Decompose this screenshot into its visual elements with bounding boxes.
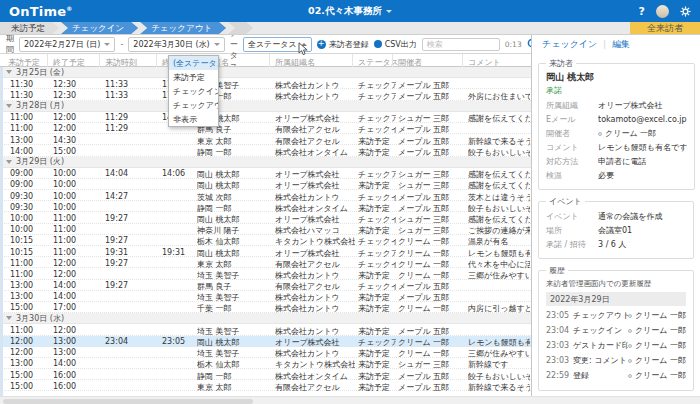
cell-visit-planned: 10:00 xyxy=(10,225,50,234)
table-row[interactable]: 10:0011:0019:27岡山 桃太郎オリーブ株式会社チェックインシュガー … xyxy=(0,212,531,223)
field-row: コメントレモンも饅頭も有名です xyxy=(546,142,687,153)
tab-チェックアウト[interactable]: チェックアウト xyxy=(140,22,226,34)
table-row[interactable]: 11:3012:3011:3311:33千葉 一郎株式会社カントウチェックアウト… xyxy=(0,89,531,100)
table-row[interactable]: 14:0015:00静岡 一郎株式会社オンタイム来訪予定メープル 五郎餃子もおい… xyxy=(0,145,531,156)
person-avatar-icon xyxy=(628,314,632,318)
table-row[interactable]: 11:0012:0011:29群馬 良子有限会社アクセルチェックインメープル 五… xyxy=(0,123,531,134)
csv-export-button[interactable]: CSV出力 xyxy=(374,39,417,50)
history-user: クリーム 一郎 xyxy=(628,370,686,381)
table-row[interactable]: 13:0014:0019:27群馬 良子有限会社アクセルチェックインメープル 五… xyxy=(0,280,531,291)
help-button[interactable]: ? xyxy=(639,5,645,18)
edit-action-link[interactable]: 編集 xyxy=(612,38,630,51)
group-date-label: 3月28日 (月) xyxy=(16,100,64,111)
table-group-row[interactable]: 3月25日 (金) xyxy=(0,67,531,78)
cell-end-planned: 10:00 xyxy=(53,180,101,189)
tab-チェックイン[interactable]: チェックイン xyxy=(61,22,138,34)
user-avatar[interactable] xyxy=(656,5,669,18)
field-label: 場所 xyxy=(546,225,598,236)
history-section-legend: 履歴 xyxy=(546,265,568,276)
dropdown-option[interactable]: (全ステータス) xyxy=(169,56,218,70)
office-selector[interactable]: 02.代々木事務所 xyxy=(0,5,700,18)
table-row[interactable]: 15:0016:00静岡 一郎株式会社オンタイム来訪予定メープル 五郎餃子もおい… xyxy=(0,369,531,380)
field-row: 検温必要 xyxy=(546,170,687,181)
date-to-select[interactable]: 2022年3月30日 (水) xyxy=(128,37,224,52)
cell-visit-planned: 11:00 xyxy=(10,326,50,335)
table-row[interactable]: 10:1511:0019:3119:31岡山 桃太郎オリーブ株式会社チェックアウ… xyxy=(0,246,531,257)
tab-来訪予定[interactable]: 来訪予定 xyxy=(0,22,59,34)
checkin-action-link[interactable]: チェックイン xyxy=(542,38,597,51)
table-row[interactable]: 09:0010:0014:0414:06岡山 桃太郎オリーブ株式会社チェックアウ… xyxy=(0,168,531,179)
table-row[interactable]: 09:3010:00静岡 一郎株式会社オンタイム来訪予定メープル 五郎餃子もおい… xyxy=(0,201,531,212)
column-header-visit-time: 来訪時刻 xyxy=(105,57,137,68)
cell-visit-planned: 10:15 xyxy=(10,236,50,245)
table-group-row[interactable]: 3月30日 (水) xyxy=(0,313,531,324)
cell-visit-planned: 11:30 xyxy=(10,91,50,100)
cell-visit-time: 19:27 xyxy=(105,214,153,223)
cell-organization: 有限会社アクセル xyxy=(275,382,355,393)
history-subtitle: 来訪者管理画面内での更新履歴 xyxy=(546,279,686,289)
cell-visit-planned: 10:15 xyxy=(10,248,50,257)
table-row[interactable]: 12:0013:00埼玉 美智子株式会社カントウ来訪予定クリーム 一郎三郷が住み… xyxy=(0,347,531,358)
field-label: 検温 xyxy=(546,170,598,181)
dropdown-option[interactable]: 来訪予定 xyxy=(169,70,218,84)
field-value: クリーム 一郎 xyxy=(598,128,687,139)
field-row: 対応方法申請者に電話 xyxy=(546,156,687,167)
settings-gear-icon[interactable] xyxy=(680,2,691,21)
cell-visit-planned: 11:00 xyxy=(10,124,50,133)
horizontal-scrollbar[interactable] xyxy=(0,396,700,404)
cell-organizer: クリーム 一郎 xyxy=(398,303,464,314)
table-group-row[interactable]: 3月29日 (火) xyxy=(0,157,531,168)
cell-comment: 新幹線で来るそう xyxy=(468,382,530,393)
table-row[interactable]: 13:0014:30東京 太郎有限会社アクセル来訪予定メープル 五郎新幹線で来る… xyxy=(0,134,531,145)
field-value: 必要 xyxy=(598,170,687,181)
field-row: 場所会議室01 xyxy=(546,225,686,236)
cell-visit-planned: 09:30 xyxy=(10,192,50,201)
horizontal-scrollbar-thumb[interactable] xyxy=(3,399,253,404)
table-row[interactable]: 15:0016:00東京 太郎有限会社アクセル来訪予定メープル 五郎新幹線で来る… xyxy=(0,380,531,391)
collapse-triangle-icon xyxy=(6,316,12,320)
dropdown-option[interactable]: チェックアウト xyxy=(169,98,218,112)
table-row[interactable]: 15:0017:00千葉 一郎株式会社カントウ来訪予定クリーム 一郎内房に引っ越… xyxy=(0,302,531,313)
history-section: 履歴 来訪者管理画面内での更新履歴 2022年3月29日 23:05チェックアウ… xyxy=(538,265,694,391)
table-row[interactable]: 10:0011:00神奈川 陽子株式会社ハマッコ来訪予定シュガー 三郎ご挨拶の連… xyxy=(0,224,531,235)
dropdown-option[interactable]: チェックイン xyxy=(169,84,218,98)
cell-visit-time: 11:33 xyxy=(105,91,153,100)
cell-visit-planned: 11:00 xyxy=(10,259,50,268)
table-row[interactable]: 10:1511:0019:27栃木 仙太郎キタカントウ株式会社チェックインクリー… xyxy=(0,235,531,246)
cell-visit-planned: 09:00 xyxy=(10,180,50,189)
history-user: クリーム 一郎 xyxy=(628,340,686,351)
history-user: クリーム 一郎 xyxy=(628,310,686,321)
all-visitors-button[interactable]: 全来訪者 xyxy=(630,22,700,34)
search-input[interactable] xyxy=(422,38,500,51)
table-row[interactable]: 09:0010:00岡山 桃太郎オリーブ株式会社来訪予定シュガー 三郎感謝を伝え… xyxy=(0,179,531,190)
table-row[interactable]: 13:0014:00栃木 仙太郎キタカントウ株式会社来訪予定シュガー 三郎新幹線… xyxy=(0,358,531,369)
history-action: 変更: コメント xyxy=(573,355,628,366)
cell-visit-planned: 15:00 xyxy=(10,371,50,380)
cell-visit-time: 14:27 xyxy=(105,192,153,201)
table-row[interactable]: 13:0014:00埼玉 美智子株式会社カントウ来訪予定メープル 五郎 xyxy=(0,291,531,302)
table-row[interactable]: 11:0012:0011:2914:06岡山 桃太郎オリーブ株式会社チェックアウ… xyxy=(0,112,531,123)
table-row[interactable]: 11:0012:00埼玉 美智子株式会社カントウ来訪予定メープル 五郎 xyxy=(0,324,531,335)
cell-comment: 餃子もおいしいそうで xyxy=(468,147,530,158)
table-row[interactable]: 11:0012:00埼玉 美智子株式会社カントウ来訪予定クリーム 一郎三郷が住み… xyxy=(0,268,531,279)
collapse-triangle-icon xyxy=(6,70,12,74)
person-avatar-icon xyxy=(628,344,632,348)
vertical-scrollbar[interactable] xyxy=(0,67,3,404)
table-row[interactable]: 09:3010:0014:27茨城 次郎株式会社カントウチェックインメープル 五… xyxy=(0,190,531,201)
cell-organizer: メープル 五郎 xyxy=(398,91,464,102)
person-avatar-icon xyxy=(598,132,602,136)
dropdown-option[interactable]: 非表示 xyxy=(169,112,218,126)
cell-end-planned: 13:00 xyxy=(53,348,101,357)
register-visitor-button[interactable]: 来訪者登録 xyxy=(317,39,369,50)
visitor-section-legend: 来訪者 xyxy=(546,58,576,69)
table-row[interactable]: 11:3012:3011:3311:33埼玉 美智子株式会社カントウチェックアウ… xyxy=(0,78,531,89)
table-row[interactable]: 12:0013:0023:0423:05岡山 桃太郎オリーブ株式会社チェックアウ… xyxy=(0,336,531,347)
toolbar: 期間 2022年2月27日 (日) - 2022年3月30日 (水) ステータス… xyxy=(0,35,531,54)
field-label: 対応方法 xyxy=(546,156,598,167)
cell-end-planned: 14:00 xyxy=(53,359,101,368)
table-row[interactable]: 11:0012:0019:27東京 太郎有限会社アクセルチェックインクリーム 一… xyxy=(0,257,531,268)
cell-status: 来訪予定 xyxy=(358,382,396,393)
table-group-row[interactable]: 3月28日 (月) xyxy=(0,101,531,112)
date-from-select[interactable]: 2022年2月27日 (日) xyxy=(19,37,115,52)
cell-organization: 株式会社オンタイム xyxy=(275,147,355,158)
